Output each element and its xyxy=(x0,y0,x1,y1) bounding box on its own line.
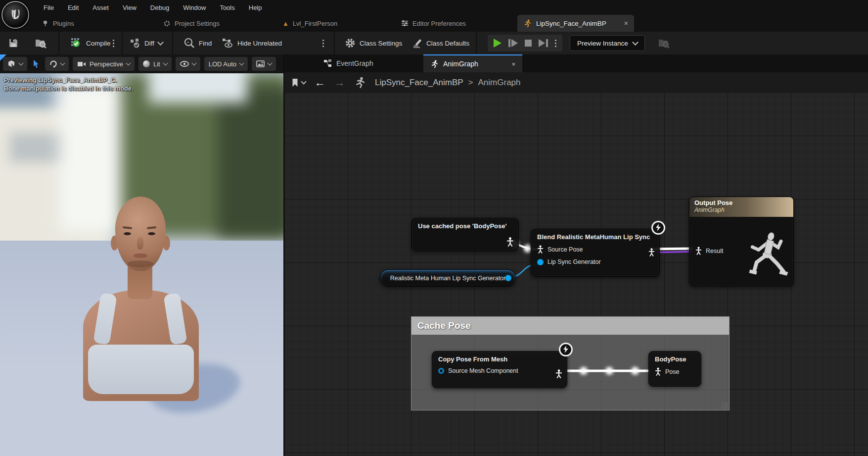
character-lips xyxy=(134,253,147,258)
preview-instance-dropdown[interactable]: Preview Instance xyxy=(570,35,645,51)
class-settings-button[interactable]: Class Settings xyxy=(345,32,402,54)
menu-help[interactable]: Help xyxy=(249,4,262,11)
character-chin-shadow xyxy=(128,260,153,267)
tab-plugins[interactable]: Plugins xyxy=(42,15,74,32)
panel-splitter[interactable] xyxy=(283,54,284,456)
node-output-pose[interactable]: Output Pose AnimGraph Result xyxy=(689,197,794,286)
diff-icon xyxy=(130,38,140,49)
level-triangle-icon: ▲ xyxy=(282,20,289,27)
person-pin-icon xyxy=(506,237,514,247)
tab-project-settings[interactable]: Project Settings xyxy=(163,15,220,32)
perspective-dropdown[interactable]: Perspective xyxy=(73,57,135,71)
menu-debug[interactable]: Debug xyxy=(150,4,169,11)
animgraph-panel: EventGraph AnimGraph × xyxy=(284,54,868,456)
character-eye xyxy=(124,232,131,235)
tab-lvl-firstperson[interactable]: ▲ Lvl_FirstPerson xyxy=(282,15,337,32)
find-label: Find xyxy=(199,40,212,47)
tab-eventgraph[interactable]: EventGraph xyxy=(317,54,380,72)
camera-icon xyxy=(77,61,86,67)
class-defaults-button[interactable]: Class Defaults xyxy=(411,32,469,54)
graph-tab-strip: EventGraph AnimGraph × xyxy=(284,54,868,72)
class-defaults-label: Class Defaults xyxy=(426,40,469,47)
node-body-pose[interactable]: BodyPose Pose xyxy=(648,351,701,387)
bookmarks-dropdown[interactable] xyxy=(291,78,306,87)
compile-button[interactable]: Compile xyxy=(70,32,111,54)
image-icon xyxy=(256,60,265,67)
select-tool-button[interactable] xyxy=(31,59,41,68)
menu-tools[interactable]: Tools xyxy=(220,4,234,11)
source-pose-input-pin[interactable]: Source Pose xyxy=(531,243,659,256)
lip-sync-generator-input-pin[interactable]: Lip Sync Generator xyxy=(531,256,659,268)
tab-close-icon[interactable]: × xyxy=(624,19,628,27)
play-button[interactable] xyxy=(494,39,502,48)
play-options-kebab-icon[interactable] xyxy=(555,40,556,47)
breadcrumb-root[interactable]: LipSync_Face_AnimBP xyxy=(375,78,463,88)
kebab-icon xyxy=(322,40,324,47)
menu-edit[interactable]: Edit xyxy=(68,4,79,11)
preview-viewport[interactable]: Perspective Lit LOD Auto xyxy=(0,54,284,456)
screenshot-dropdown[interactable] xyxy=(252,57,276,71)
node-use-cached-pose[interactable]: Use cached pose 'BodyPose' xyxy=(411,218,519,251)
hide-unrelated-label: Hide Unrelated xyxy=(237,40,282,47)
stop-button[interactable] xyxy=(525,40,532,47)
character-head xyxy=(115,197,166,271)
snap-rotate-button[interactable] xyxy=(45,57,69,71)
browse-button[interactable] xyxy=(35,32,46,54)
hide-unrelated-options-button[interactable] xyxy=(322,32,324,54)
kebab-icon xyxy=(113,40,114,47)
node-blend-metahuman-lipsync[interactable]: Blend Realistic MetaHuman Lip Sync Sourc… xyxy=(531,229,660,277)
person-pin-icon xyxy=(695,247,702,255)
lod-dropdown[interactable]: LOD Auto xyxy=(204,57,248,71)
scene-sky-top-blob xyxy=(148,73,247,103)
hide-unrelated-button[interactable]: Hide Unrelated xyxy=(222,32,282,54)
node-lipsync-generator-variable[interactable]: Realistic Meta Human Lip Sync Generator xyxy=(380,269,516,287)
transform-icon xyxy=(7,60,16,68)
class-settings-label: Class Settings xyxy=(360,40,402,47)
tab-animgraph-label: AnimGraph xyxy=(443,60,478,68)
skip-to-end-button[interactable] xyxy=(539,39,548,47)
step-forward-button[interactable] xyxy=(508,39,518,47)
person-pin-icon xyxy=(555,369,562,378)
transform-mode-button[interactable] xyxy=(3,57,27,71)
back-arrow-icon[interactable]: ← xyxy=(315,77,325,88)
unreal-logo-icon[interactable] xyxy=(1,1,29,29)
pose-output-pin[interactable] xyxy=(555,369,562,378)
pose-input-pin[interactable]: Pose xyxy=(649,365,701,378)
find-button[interactable]: + Find xyxy=(184,32,212,54)
tanktop-band xyxy=(88,345,194,394)
browse-preview-button[interactable] xyxy=(658,32,670,54)
character-nose xyxy=(137,237,143,250)
comment-title: Cache Pose xyxy=(417,320,471,331)
browse-icon xyxy=(658,38,670,49)
node-copy-pose-from-mesh[interactable]: Copy Pose From Mesh Source Mesh Componen… xyxy=(432,351,567,388)
person-pin-icon xyxy=(537,245,544,253)
comment-header[interactable]: Cache Pose xyxy=(411,317,729,335)
save-button[interactable] xyxy=(8,32,19,54)
lit-mode-dropdown[interactable]: Lit xyxy=(138,57,172,71)
menu-view[interactable]: View xyxy=(123,4,137,11)
pose-output-pin[interactable] xyxy=(648,248,655,256)
sliders-icon xyxy=(401,20,409,27)
blue-output-pin-icon[interactable] xyxy=(505,275,511,281)
menu-window[interactable]: Window xyxy=(183,4,206,11)
tab-editor-preferences[interactable]: Editor Preferences xyxy=(401,15,466,32)
tab-close-icon[interactable]: × xyxy=(511,60,515,68)
pin-label: Source Mesh Component xyxy=(448,367,518,374)
menu-file[interactable]: File xyxy=(44,4,54,11)
tab-lipsync-face-animbp[interactable]: LipSync_Face_AnimBP × xyxy=(517,15,634,32)
forward-arrow-icon[interactable]: → xyxy=(334,77,345,88)
comment-resize-handle[interactable] xyxy=(721,402,728,409)
source-mesh-component-input-pin[interactable]: Source Mesh Component xyxy=(432,365,567,377)
menu-asset[interactable]: Asset xyxy=(92,4,109,11)
pose-output-pin[interactable] xyxy=(506,237,514,247)
tab-animgraph[interactable]: AnimGraph × xyxy=(423,54,522,72)
show-flags-dropdown[interactable] xyxy=(176,57,200,71)
diff-button[interactable]: Diff xyxy=(130,32,163,54)
compile-label: Compile xyxy=(86,40,111,47)
hide-unrelated-icon xyxy=(222,38,233,49)
viewport-toolbar: Perspective Lit LOD Auto xyxy=(0,54,284,73)
viewport-active-corner xyxy=(0,54,6,61)
viewport-scene[interactable]: Previewing LipSync_Face_AnimBP_C. Bone m… xyxy=(0,73,284,456)
tab-eventgraph-label: EventGraph xyxy=(336,59,373,67)
compile-options-button[interactable] xyxy=(113,32,114,54)
